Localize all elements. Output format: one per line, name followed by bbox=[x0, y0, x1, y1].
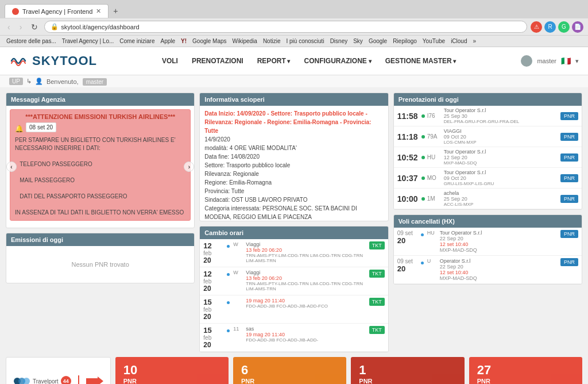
browser-icons: ⚠ R G 📄 bbox=[531, 21, 583, 33]
bookmark-item[interactable]: Travel Agency | Lo... bbox=[60, 37, 116, 45]
cambio-details: Viaggi 13 feb 20 06:20 TRN-AMS-PTY-LIM-C… bbox=[246, 241, 365, 263]
browser-tab-active[interactable]: Travel Agency | Frontend ✕ bbox=[5, 4, 109, 18]
wave-decoration: 〰 bbox=[551, 377, 582, 384]
arrow-right-icon bbox=[86, 375, 103, 384]
bookmark-item[interactable]: Notizie bbox=[261, 37, 283, 45]
cambio-row: 15 feb 20 11 sas 19 mag 20 11:40 FDO-ADD… bbox=[200, 324, 388, 352]
col-right: Prenotazioni di oggi 11:58 I76 Tour Oper… bbox=[393, 93, 582, 352]
col-left: Messaggi Agenzia ***ATTENZIONE EMISSIONI… bbox=[6, 93, 195, 352]
new-tab-button[interactable]: + bbox=[109, 3, 122, 18]
logo-text: SKYTOOL bbox=[32, 53, 97, 68]
bell-icon: 🔔 bbox=[15, 125, 24, 133]
nav-voli[interactable]: VOLI bbox=[156, 53, 184, 68]
tab-close-btn[interactable]: ✕ bbox=[96, 7, 101, 15]
bookmark-item[interactable]: Apple bbox=[158, 37, 177, 45]
cambio-indicator bbox=[227, 273, 230, 276]
alert-title: ***ATTENZIONE EMISSIONI TURKISH AIRLINES… bbox=[15, 113, 185, 120]
scioperi-link[interactable]: Data Inizio: 14/09/2020 - Settore: Trasp… bbox=[204, 110, 371, 134]
carousel-next-button[interactable]: › bbox=[184, 162, 194, 172]
stat-box-0[interactable]: 10 PNR Coda: 21 CHECK UNABLE TO CONFIRM … bbox=[115, 357, 229, 384]
divider bbox=[78, 375, 79, 384]
wave-decoration: 〰 bbox=[197, 377, 229, 384]
travelport-logo-icon bbox=[13, 375, 30, 384]
user-area: master 🇮🇹 ▾ bbox=[521, 55, 579, 67]
tkt-button[interactable]: TKT bbox=[369, 241, 385, 249]
url-text: skytool.it/agency/dashboard bbox=[61, 24, 139, 30]
pnr-button[interactable]: PNR bbox=[560, 230, 578, 238]
cancellati-date: 09 set 20 bbox=[397, 258, 417, 273]
extension-icon-1[interactable]: ⚠ bbox=[531, 21, 542, 33]
extension-icon-3[interactable]: G bbox=[558, 21, 570, 33]
emissioni-panel: Emissioni di oggi Nessun PNR trovato bbox=[6, 233, 195, 283]
bookmark-item[interactable]: » bbox=[471, 37, 478, 45]
messaggi-body: ***ATTENZIONE EMISSIONI TURKISH AIRLINES… bbox=[6, 106, 194, 228]
bookmark-item[interactable]: iCloud bbox=[449, 37, 469, 45]
carousel-prev-button[interactable]: ‹ bbox=[6, 162, 17, 172]
cambio-date: 12 feb 20 bbox=[203, 241, 223, 264]
app-header: SKYTOOL VOLI PRENOTAZIONI REPORT CONFIGU… bbox=[0, 47, 588, 75]
stat-box-3[interactable]: 27 PNR Coda: 25 CHECK SSR AIRLINES 〰 bbox=[469, 357, 582, 384]
cancellati-row: 09 set 20 U Operator S.r.l 22 Sep 20 12 … bbox=[394, 256, 582, 284]
username-badge: master bbox=[83, 78, 107, 86]
pnr-button[interactable]: PNR bbox=[560, 112, 578, 120]
stat-box-2[interactable]: 1 PNR Coda: 23 CHECK HX NOTIFICATION 〰 bbox=[351, 357, 464, 384]
wave-decoration: 〰 bbox=[315, 377, 346, 384]
no-pnr-text: Nessun PNR trovato bbox=[10, 249, 191, 279]
tkt-button[interactable]: TKT bbox=[369, 326, 385, 334]
scioperi-categoria: Categoria interessata: PERSONALE SOC. SE… bbox=[204, 205, 357, 220]
cambio-date: 15 feb 20 bbox=[203, 298, 223, 321]
prenotazioni-panel: Prenotazioni di oggi 11:58 I76 Tour Oper… bbox=[393, 93, 582, 210]
back-button[interactable]: ‹ bbox=[5, 21, 13, 33]
nav-gestione-master[interactable]: GESTIONE MASTER bbox=[380, 53, 462, 68]
extension-icon-4[interactable]: 📄 bbox=[572, 21, 583, 33]
bookmark-item[interactable]: YouTube bbox=[421, 37, 447, 45]
booking-row: 10:52 HU Tour Operator S.r.l 12 Sep 20 M… bbox=[394, 147, 582, 168]
scioperi-rilevanza: Rilevanza: Regionale bbox=[204, 171, 259, 177]
travelport-count-badge: 44 bbox=[61, 376, 71, 384]
bookmarks-bar: Gestore delle pas... Travel Agency | Lo.… bbox=[0, 35, 588, 47]
nav-configurazione[interactable]: CONFIGURAZIONE bbox=[299, 53, 377, 68]
bookmark-item[interactable]: Riepilogo bbox=[391, 37, 419, 45]
bookmark-item[interactable]: Google Maps bbox=[191, 37, 228, 45]
extension-icon-2[interactable]: R bbox=[544, 21, 556, 33]
pnr-button[interactable]: PNR bbox=[560, 258, 578, 266]
pnr-button[interactable]: PNR bbox=[560, 174, 578, 182]
emissioni-body: Nessun PNR trovato bbox=[6, 246, 194, 283]
flight-code: HU bbox=[427, 230, 436, 236]
bookmark-item[interactable]: Y! bbox=[179, 37, 188, 45]
scioperi-provincia: Provincia: Tutte bbox=[204, 188, 244, 194]
pnr-button[interactable]: PNR bbox=[560, 153, 578, 162]
pnr-button[interactable]: PNR bbox=[560, 195, 578, 203]
stat-box-1[interactable]: 6 PNR Coda: 22 CHECK SCHEDULE CHANGE 〰 bbox=[233, 357, 346, 384]
dropdown-icon[interactable]: ▾ bbox=[575, 57, 579, 65]
svg-marker-3 bbox=[86, 377, 103, 384]
nav-report[interactable]: REPORT bbox=[252, 53, 296, 68]
booking-details: Tour Operator S.r.l 12 Sep 20 MXP-MAD-SD… bbox=[444, 149, 558, 166]
booking-row: 11:18 79A VIAGGI 09 Oct 20 LOS-CMN-MXP P… bbox=[394, 126, 582, 147]
logo-icon bbox=[9, 51, 30, 71]
bookmark-item[interactable]: Google bbox=[367, 37, 389, 45]
bookmark-item[interactable]: I più conosciuti bbox=[284, 37, 326, 45]
forward-button[interactable]: › bbox=[17, 21, 25, 33]
booking-row: 10:00 1M achela 25 Sep 20 ACC-LIS-MXP PN… bbox=[394, 189, 582, 209]
tkt-button[interactable]: TKT bbox=[369, 298, 385, 306]
tab-favicon bbox=[12, 8, 19, 15]
bookmark-item[interactable]: Sky bbox=[351, 37, 365, 45]
cambio-orari-body: 12 feb 20 W Viaggi 13 feb 20 06:20 TRN-A… bbox=[200, 239, 388, 352]
browser-chrome: Travel Agency | Frontend ✕ + ‹ › ↻ 🔒 sky… bbox=[0, 0, 588, 47]
scioperi-sindacati: Sindacati: OST USB LAVORO PRIVATO bbox=[204, 197, 307, 203]
cambio-details: 19 mag 20 11:40 FDO-ADD-JIB FCO-ADD-JIB-… bbox=[246, 298, 365, 309]
nav-prenotazioni[interactable]: PRENOTAZIONI bbox=[186, 53, 249, 68]
address-bar[interactable]: 🔒 skytool.it/agency/dashboard bbox=[44, 21, 527, 33]
bookmark-item[interactable]: Come iniziare bbox=[118, 37, 156, 45]
bookmark-item[interactable]: Disney bbox=[328, 37, 350, 45]
bookmark-item[interactable]: Gestore delle pas... bbox=[5, 37, 58, 45]
pnr-button[interactable]: PNR bbox=[560, 133, 578, 141]
travelport-logo: Travelport 44 bbox=[13, 375, 71, 384]
logo-area: SKYTOOL bbox=[9, 51, 97, 71]
refresh-button[interactable]: ↻ bbox=[28, 21, 41, 33]
bookmark-item[interactable]: Wikipedia bbox=[231, 37, 259, 45]
tkt-button[interactable]: TKT bbox=[369, 270, 385, 278]
scioperi-regione: Regione: Emilia-Romagna bbox=[204, 179, 272, 186]
status-indicator bbox=[421, 176, 425, 180]
